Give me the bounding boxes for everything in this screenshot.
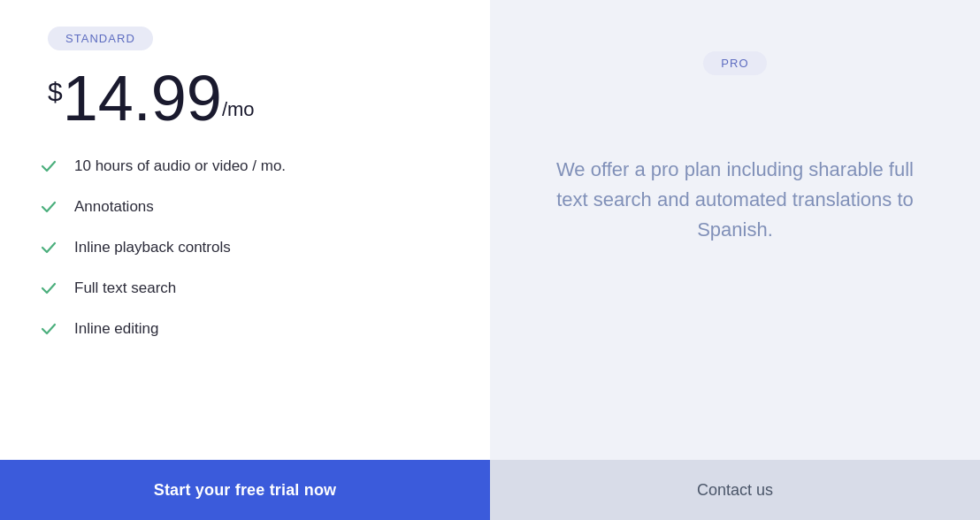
start-trial-button[interactable]: Start your free trial now	[0, 460, 490, 520]
check-icon	[39, 319, 58, 339]
standard-badge: STANDARD	[48, 27, 153, 50]
contact-us-button[interactable]: Contact us	[490, 460, 980, 520]
check-icon	[39, 238, 58, 257]
check-icon	[39, 197, 58, 217]
pro-badge: PRO	[703, 51, 766, 75]
price-dollar-sign: $	[48, 79, 63, 105]
feature-label: Inline editing	[74, 320, 158, 338]
price-amount: 14.99	[63, 66, 222, 130]
check-icon	[39, 157, 58, 176]
feature-label: 10 hours of audio or video / mo.	[74, 157, 286, 175]
list-item: Annotations	[39, 197, 286, 217]
pro-plan-panel: PRO We offer a pro plan including sharab…	[490, 0, 980, 520]
list-item: Full text search	[39, 279, 286, 298]
standard-plan-panel: STANDARD $ 14.99 /mo 10 hours of audio o…	[0, 0, 490, 520]
list-item: Inline editing	[39, 319, 286, 339]
pro-description: We offer a pro plan including sharable f…	[490, 155, 980, 245]
price-period: /mo	[222, 98, 255, 121]
feature-label: Full text search	[74, 279, 176, 297]
list-item: Inline playback controls	[39, 238, 286, 257]
feature-label: Annotations	[74, 198, 154, 216]
features-list: 10 hours of audio or video / mo. Annotat…	[39, 157, 286, 339]
list-item: 10 hours of audio or video / mo.	[39, 157, 286, 176]
feature-label: Inline playback controls	[74, 239, 231, 256]
price-display: $ 14.99 /mo	[48, 66, 255, 130]
check-icon	[39, 279, 58, 298]
pro-badge-container: PRO	[490, 0, 980, 75]
